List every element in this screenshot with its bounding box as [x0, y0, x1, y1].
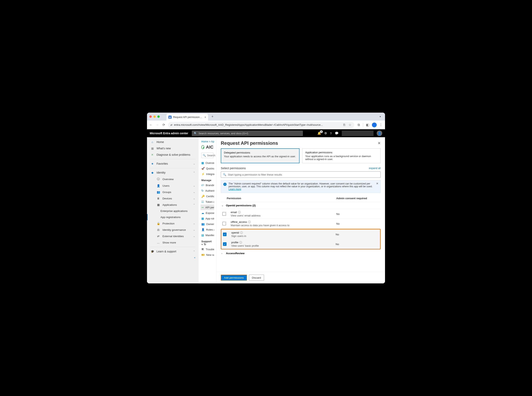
back-button[interactable]: ← — [149, 123, 153, 127]
address-bar[interactable]: ⇄ entra.microsoft.com/#view/Microsoft_AA… — [168, 122, 354, 128]
chrome-menu-icon[interactable]: ⋮ — [379, 123, 383, 127]
sidebar-item-diagnose[interactable]: ✕Diagnose & solve problems — [147, 151, 198, 158]
menu-owners[interactable]: 👥Owners — [201, 221, 214, 227]
breadcrumb-next[interactable]: Ap — [211, 140, 214, 143]
sidebar-item-app-registrations[interactable]: App registrations — [147, 214, 198, 220]
sidebar-item-show-more[interactable]: …Show more — [147, 239, 198, 246]
help-icon[interactable]: ? — [330, 132, 332, 135]
feedback-icon[interactable]: 💬 — [335, 131, 339, 135]
menu-integration[interactable]: ⚡Integrati — [201, 171, 214, 177]
sidebar-item-users[interactable]: 👤Users⌄ — [147, 182, 198, 189]
side-panel-icon[interactable]: ◧ — [366, 123, 369, 127]
learn-more-link[interactable]: Learn more — [228, 188, 241, 191]
menu-token[interactable]: ☷Token co — [201, 199, 214, 204]
sidebar-label: Users — [163, 184, 170, 187]
col-permission: Permission — [221, 197, 336, 200]
sidebar-item-identity-governance[interactable]: ⚖Identity governance⌄ — [147, 227, 198, 233]
group-access-review[interactable]: › AccessReview — [221, 250, 381, 257]
menu-roles[interactable]: 👤Roles an — [201, 227, 214, 232]
tab-dropdown-icon[interactable]: ▾ — [378, 114, 383, 119]
forward-button[interactable]: → — [155, 123, 159, 127]
site-info-icon[interactable]: ⇄ — [170, 123, 172, 126]
menu-authentication[interactable]: ↻Authenti — [201, 188, 214, 193]
sidebar-item-learn-support[interactable]: 🎓Learn & support⌃ — [147, 248, 198, 255]
app-title-text: AIC — [206, 145, 213, 150]
sidebar-item-identity[interactable]: ◆Identity⌃ — [147, 169, 198, 176]
menu-expose-api[interactable]: ☁Expose a — [201, 210, 214, 216]
resource-search[interactable]: 🔍Search — [201, 152, 213, 158]
menu-quickstart[interactable]: 🚀Quickstart — [201, 166, 214, 171]
sidebar-item-whats-new[interactable]: ▦What's new — [147, 145, 198, 151]
notifications-icon[interactable]: 🔔3 — [317, 131, 321, 135]
checkbox[interactable] — [222, 212, 226, 216]
chevron-up-icon: ⌃ — [193, 171, 195, 174]
reload-button[interactable]: ⟳ — [162, 123, 166, 127]
divider — [150, 168, 196, 168]
menu-api-permissions[interactable]: ⊸API perm — [201, 204, 214, 210]
sidebar-item-enterprise-apps[interactable]: Enterprise applications — [147, 208, 198, 214]
support-request-icon: 🎫 — [201, 253, 204, 256]
sidebar-label: Show more — [163, 241, 176, 244]
url-text: entra.microsoft.com/#view/Microsoft_AAD_… — [174, 123, 341, 126]
info-close-button[interactable]: ✕ — [376, 182, 379, 185]
window-maximize-button[interactable] — [157, 115, 160, 118]
sidebar-label: Enterprise applications — [160, 210, 188, 212]
bolt-icon: ⚡ — [201, 172, 204, 175]
info-circle-icon[interactable]: i — [238, 211, 241, 214]
menu-new-support[interactable]: 🎫New sup — [201, 252, 214, 258]
expand-all-link[interactable]: expand all — [369, 167, 381, 170]
window-close-button[interactable] — [149, 115, 152, 118]
breadcrumb[interactable]: Home > Ap — [201, 139, 214, 144]
chevron-down-icon: ⌄ — [193, 163, 195, 165]
browser-tab[interactable]: ▮ Request API permissions - Mi × — [166, 114, 208, 121]
breadcrumb-home[interactable]: Home — [201, 140, 208, 143]
tab-title: Request API permissions - Mi — [173, 116, 203, 119]
account-area[interactable] — [342, 130, 374, 136]
sidebar-item-favorites[interactable]: ★Favorites⌄ — [147, 160, 198, 167]
panel-close-button[interactable]: ✕ — [378, 141, 381, 145]
window-minimize-button[interactable] — [153, 115, 156, 118]
menu-label: Troubles — [206, 248, 214, 251]
menu-troubleshoot[interactable]: 🛠Troubles — [201, 247, 214, 252]
checkbox-checked[interactable]: ✓ — [223, 233, 226, 236]
info-circle-icon[interactable]: i — [239, 241, 242, 244]
sidebar-label: Identity governance — [163, 228, 186, 231]
sidebar-item-groups[interactable]: 👥Groups⌄ — [147, 189, 198, 195]
bookmark-icon[interactable]: ☆ — [348, 123, 352, 127]
info-circle-icon[interactable]: i — [240, 231, 243, 234]
menu-overview[interactable]: ▦Overvie — [201, 160, 214, 166]
select-permissions-label: Select permissions — [221, 166, 246, 170]
discard-button[interactable]: Discard — [249, 275, 264, 281]
tab-close-icon[interactable]: × — [204, 116, 206, 119]
menu-certificates[interactable]: 🔑Certificat — [201, 193, 214, 199]
sidebar-item-applications[interactable]: ▦Applications⌃ — [147, 202, 198, 208]
menu-branding[interactable]: 🏷Branding — [201, 182, 214, 188]
sidebar-item-home[interactable]: ⌂Home — [147, 139, 198, 145]
new-tab-button[interactable]: + — [210, 114, 215, 119]
sidebar-item-external-identities[interactable]: ⇄External Identities⌄ — [147, 233, 198, 239]
install-app-icon[interactable]: ⎘ — [342, 123, 346, 127]
group-openid[interactable]: ⌄ OpenId permissions (2) — [221, 202, 381, 209]
sidebar-item-protection[interactable]: 🔒Protection⌄ — [147, 220, 198, 227]
profile-avatar[interactable] — [372, 122, 377, 127]
portal-brand[interactable]: Microsoft Entra admin center — [150, 132, 188, 135]
permission-search[interactable]: 🔍 Start typing a permission to filter th… — [221, 171, 381, 178]
user-avatar[interactable]: 👤 — [377, 130, 382, 136]
settings-icon[interactable]: ⚙ — [324, 131, 327, 135]
sidebar-item-overview[interactable]: ⓘOverview — [147, 176, 198, 182]
sidebar-collapse-button[interactable]: « — [147, 255, 198, 261]
menu-app-roles[interactable]: ▦App role — [201, 216, 214, 221]
checkbox[interactable] — [222, 222, 226, 225]
extensions-icon[interactable]: ⧉ — [357, 123, 361, 127]
menu-manifest[interactable]: ▤Manifest — [201, 232, 214, 238]
checkbox-checked[interactable]: ✓ — [223, 242, 226, 246]
permission-type-cards: Delegated permissions Your application n… — [221, 148, 381, 163]
browser-window: ▮ Request API permissions - Mi × + ▾ ← →… — [147, 113, 385, 283]
portal-search[interactable]: 🔍 Search resources, services, and docs (… — [192, 130, 303, 136]
menu-label: Manifest — [205, 234, 214, 237]
add-permissions-button[interactable]: Add permissions — [221, 275, 247, 281]
application-permissions-card[interactable]: Application permissions Your application… — [302, 148, 381, 163]
info-circle-icon[interactable]: i — [248, 221, 251, 223]
sidebar-item-devices[interactable]: 🖥Devices⌄ — [147, 195, 198, 202]
delegated-permissions-card[interactable]: Delegated permissions Your application n… — [221, 148, 300, 163]
